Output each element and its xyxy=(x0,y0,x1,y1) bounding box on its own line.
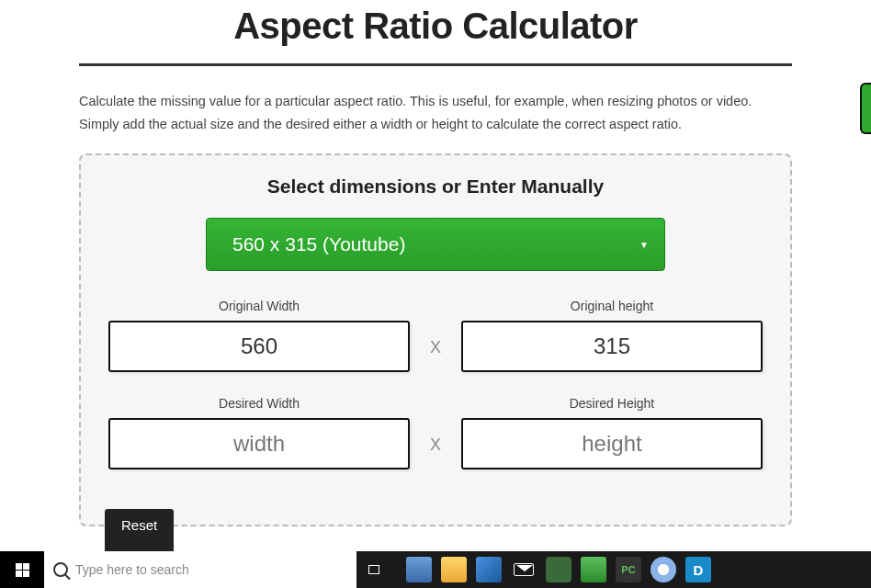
original-height-label: Original height xyxy=(571,299,653,313)
start-button[interactable] xyxy=(0,551,44,588)
side-feedback-tab[interactable] xyxy=(860,83,871,134)
preset-select-row: 560 x 315 (Youtube) ▼ xyxy=(108,218,763,271)
calculator-panel: Select dimensions or Enter Manually 560 … xyxy=(79,153,792,526)
page-description: Calculate the missing value for a partic… xyxy=(79,90,792,137)
taskbar-app-icon[interactable] xyxy=(546,557,571,582)
original-dimensions-row: Original Width X Original height xyxy=(108,299,763,372)
preset-dimensions-select[interactable]: 560 x 315 (Youtube) xyxy=(206,218,665,271)
desired-height-group: Desired Height xyxy=(461,396,763,469)
taskbar: Type here to search PC D xyxy=(0,551,871,588)
desired-width-input[interactable] xyxy=(108,418,410,469)
desired-width-label: Desired Width xyxy=(219,396,300,411)
page-content: Aspect Ratio Calculator Calculate the mi… xyxy=(0,0,871,526)
browser-icon[interactable] xyxy=(650,557,676,582)
taskbar-app-icon[interactable] xyxy=(406,557,432,582)
original-width-label: Original Width xyxy=(219,299,300,313)
taskbar-app-icon[interactable] xyxy=(476,557,502,582)
dimension-separator: X xyxy=(426,435,445,455)
mail-icon[interactable] xyxy=(511,557,537,582)
task-view-icon xyxy=(368,565,379,574)
search-icon xyxy=(53,562,68,577)
dimension-separator: X xyxy=(426,338,445,357)
taskbar-search[interactable]: Type here to search xyxy=(44,551,356,588)
desired-height-input[interactable] xyxy=(461,418,763,469)
taskbar-app-icon[interactable] xyxy=(581,557,606,582)
reset-button[interactable]: Reset xyxy=(105,509,174,551)
taskbar-app-icon[interactable]: PC xyxy=(616,557,641,582)
taskbar-search-placeholder: Type here to search xyxy=(75,562,189,577)
desired-width-group: Desired Width xyxy=(108,396,410,469)
desired-dimensions-row: Desired Width X Desired Height xyxy=(108,396,763,469)
preset-select-container: 560 x 315 (Youtube) ▼ xyxy=(206,218,665,271)
taskbar-app-icon[interactable]: D xyxy=(685,557,711,582)
original-height-input[interactable] xyxy=(461,321,763,372)
task-view-button[interactable] xyxy=(356,551,391,588)
desired-height-label: Desired Height xyxy=(570,396,655,411)
file-explorer-icon[interactable] xyxy=(441,557,467,582)
page-title: Aspect Ratio Calculator xyxy=(79,0,792,63)
taskbar-pinned-apps: PC D xyxy=(391,557,726,582)
windows-icon xyxy=(16,563,29,577)
title-underline xyxy=(79,63,792,66)
original-height-group: Original height xyxy=(461,299,763,372)
original-width-input[interactable] xyxy=(108,321,410,372)
panel-heading: Select dimensions or Enter Manually xyxy=(108,175,763,198)
original-width-group: Original Width xyxy=(108,299,410,372)
